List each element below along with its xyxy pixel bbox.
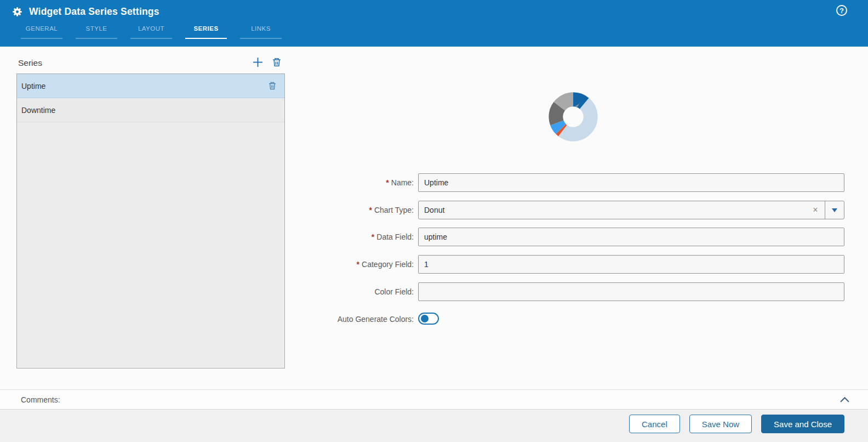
category-field-label: *Category Field: (233, 260, 414, 269)
series-list: Uptime Downtime (16, 73, 285, 369)
name-input[interactable] (418, 173, 844, 192)
gear-icon (12, 7, 22, 17)
footer-bar: Cancel Save Now Save and Close (0, 410, 868, 442)
chart-type-field-label: *Chart Type: (233, 206, 414, 214)
series-item-label: Downtime (21, 106, 55, 115)
donut-chart-preview (547, 90, 599, 143)
color-field-label: Color Field: (233, 287, 414, 296)
tab-style[interactable]: STYLE (76, 25, 117, 39)
header-bar: Widget Data Series Settings ? GENERAL ST… (0, 0, 868, 47)
name-field-label: *Name: (233, 178, 414, 187)
x-icon: × (813, 205, 818, 214)
tab-series[interactable]: SERIES (185, 25, 227, 39)
delete-series-button[interactable] (272, 57, 282, 67)
series-item-uptime[interactable]: Uptime (17, 74, 284, 98)
series-toolbar (16, 56, 285, 68)
tab-links[interactable]: LINKS (240, 25, 282, 39)
save-and-close-button[interactable]: Save and Close (761, 415, 844, 433)
toggle-knob (421, 315, 429, 322)
widget-data-series-settings-dialog: Widget Data Series Settings ? GENERAL ST… (0, 0, 868, 442)
help-button[interactable]: ? (836, 5, 847, 16)
required-asterisk: * (372, 233, 374, 241)
data-field-label: *Data Field: (233, 233, 414, 241)
comments-bar: Comments: (0, 389, 868, 410)
question-icon: ? (840, 7, 844, 15)
tab-layout[interactable]: LAYOUT (130, 25, 172, 39)
series-item-label: Uptime (21, 82, 45, 90)
chart-type-combobox[interactable]: Donut × (418, 201, 844, 219)
cancel-button[interactable]: Cancel (629, 415, 680, 433)
comments-label: Comments: (21, 395, 60, 404)
auto-generate-colors-label: Auto Generate Colors: (233, 315, 414, 324)
required-asterisk: * (369, 206, 372, 214)
required-asterisk: * (357, 260, 359, 269)
auto-generate-colors-toggle[interactable] (418, 313, 439, 325)
collapse-comments-button[interactable] (840, 396, 849, 403)
save-now-button[interactable]: Save Now (689, 415, 752, 433)
plus-icon (252, 56, 264, 68)
clear-selection-button[interactable]: × (806, 205, 825, 215)
delete-series-item-button[interactable] (268, 81, 277, 90)
page-title: Widget Data Series Settings (29, 6, 159, 18)
dropdown-button[interactable] (825, 208, 844, 212)
series-item-downtime[interactable]: Downtime (17, 98, 284, 122)
tab-bar: GENERAL STYLE LAYOUT SERIES LINKS (21, 25, 295, 39)
color-field-input[interactable] (418, 282, 844, 301)
trash-icon (268, 81, 277, 90)
trash-icon (272, 57, 282, 67)
chart-type-value: Donut (419, 206, 806, 214)
chevron-down-icon (832, 208, 837, 212)
tab-general[interactable]: GENERAL (21, 25, 62, 39)
add-series-button[interactable] (252, 56, 264, 68)
required-asterisk: * (386, 178, 389, 187)
category-field-input[interactable] (418, 255, 844, 274)
data-field-input[interactable] (418, 228, 844, 246)
chevron-up-icon (840, 396, 849, 403)
